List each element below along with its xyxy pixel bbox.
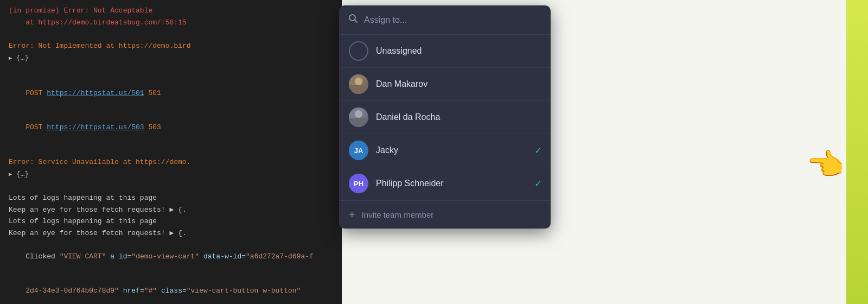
dan-makarov-avatar [349,74,368,94]
console-line [9,29,333,41]
jacky-avatar: JA [349,141,368,160]
svg-line-1 [355,20,358,23]
console-line: ▶ {…} [9,53,333,64]
assignee-name-unassigned: Unassigned [376,46,541,56]
console-line [9,145,333,157]
jacky-checkmark: ✓ [535,144,541,156]
assignee-name-dan-makarov: Dan Makarov [376,79,541,89]
assignee-item-unassigned[interactable]: Unassigned [339,35,551,68]
console-line: Error: Not Implemented at https://demo.b… [9,41,333,52]
console-line: Lots of logs happening at this page [9,193,333,204]
console-line: (in promise) Error: Not Acceptable [9,5,333,17]
console-line-code: 2d4-34e3-0d764b0c78d9" href="#" class="v… [9,274,333,304]
console-line: at https://demo.birdeatsbug.com/:58:15 [9,17,333,29]
invite-team-member[interactable]: + Invite team member [339,200,551,229]
console-line-code: Clicked "VIEW CART" a id="demo-view-cart… [9,240,333,274]
assignee-item-daniel-da-rocha[interactable]: Daniel da Rocha [339,101,551,134]
assignee-name-jacky: Jacky [376,145,527,155]
right-edge-bar [846,0,868,304]
daniel-da-rocha-avatar [349,107,368,127]
assignee-item-jacky[interactable]: JA Jacky ✓ [339,134,551,167]
assign-search-input[interactable] [364,15,542,25]
dropdown-search-bar[interactable] [339,5,551,35]
console-line: ▶ {…} [9,169,333,180]
console-line: Lots of logs happening at this page [9,216,333,227]
plus-icon: + [349,208,355,221]
assignee-name-philipp-schneider: Philipp Schneider [376,179,527,188]
philipp-checkmark: ✓ [535,178,541,189]
philipp-avatar: PH [349,174,368,193]
console-line: Error: Service Unavailable at https://de… [9,157,333,168]
hand-cursor-icon: 👉 [807,147,845,184]
search-icon [348,13,359,27]
console-panel: (in promise) Error: Not Acceptable at ht… [0,0,342,304]
console-line [9,181,333,192]
console-line: Keep an eye for those fetch requests! ▶ … [9,228,333,239]
assignee-name-daniel-da-rocha: Daniel da Rocha [376,112,541,122]
console-line-post: POST https://httpstat.us/501 501 [9,77,333,110]
unassigned-avatar [349,41,368,61]
assignee-item-philipp-schneider[interactable]: PH Philipp Schneider ✓ [339,167,551,200]
assignee-item-dan-makarov[interactable]: Dan Makarov [339,68,551,101]
invite-label: Invite team member [362,210,434,219]
assign-dropdown[interactable]: Unassigned Dan Makarov Daniel da Rocha J… [339,5,551,229]
console-line: Keep an eye for those fetch requests! ▶ … [9,205,333,216]
console-line-post: POST https://httpstat.us/503 503 [9,111,333,144]
console-line [9,65,333,76]
